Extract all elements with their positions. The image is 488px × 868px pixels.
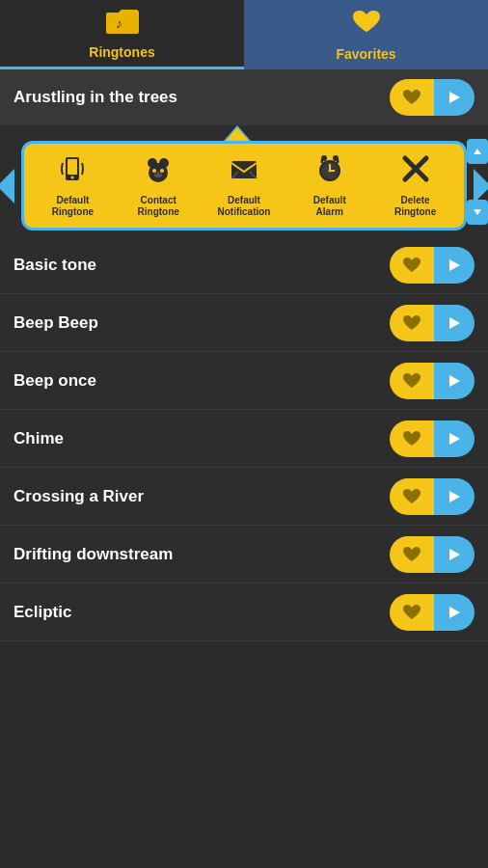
ctx-delete-ringtone[interactable]: DeleteRingtone (372, 153, 458, 218)
tab-bar: ♪ Ringtones Favorites (0, 0, 488, 69)
favorite-button-5[interactable] (390, 536, 434, 573)
play-button-0[interactable] (434, 247, 474, 284)
ctx-default-notification[interactable]: DefaultNotification (202, 153, 287, 218)
song-row-2[interactable]: Beep once (0, 352, 488, 410)
play-button-3[interactable] (434, 420, 474, 457)
action-pill-6 (390, 594, 474, 631)
song-row-4[interactable]: Crossing a River (0, 468, 488, 526)
x-delete-icon (400, 153, 431, 191)
favorite-button-arustling[interactable] (390, 79, 434, 116)
alarm-icon (314, 153, 345, 191)
action-pill-1 (390, 305, 474, 341)
svg-marker-31 (449, 375, 460, 387)
play-button-6[interactable] (434, 594, 474, 631)
favorite-button-1[interactable] (390, 305, 434, 341)
svg-marker-29 (449, 259, 460, 271)
heart-tab-icon (351, 9, 382, 42)
svg-marker-34 (449, 549, 460, 560)
svg-text:♪: ♪ (116, 15, 122, 31)
song-row-0[interactable]: Basic tone (0, 236, 488, 294)
song-title-6: Ecliptic (14, 603, 71, 622)
song-title-5: Drifting downstream (14, 545, 173, 564)
play-button-1[interactable] (434, 305, 474, 341)
ctx-default-notification-label: DefaultNotification (217, 195, 270, 218)
play-button-2[interactable] (434, 363, 474, 399)
bear-icon (143, 153, 174, 191)
scroll-up-arrow[interactable] (467, 139, 488, 164)
song-title-2: Beep once (14, 371, 96, 391)
svg-point-23 (328, 170, 331, 173)
ctx-default-ringtone-label: DefaultRingtone (52, 195, 94, 218)
svg-point-13 (154, 172, 162, 177)
song-title-1: Beep Beep (14, 313, 98, 333)
song-title-arustling: Arustling in the trees (14, 88, 177, 107)
ctx-default-ringtone[interactable]: DefaultRingtone (30, 153, 116, 218)
svg-marker-3 (449, 92, 460, 103)
favorite-button-4[interactable] (390, 478, 434, 515)
song-title-3: Chime (14, 429, 64, 448)
svg-point-12 (160, 169, 164, 173)
action-pill-0 (390, 247, 474, 284)
tab-favorites[interactable]: Favorites (244, 0, 488, 69)
action-pill-arustling (390, 79, 474, 116)
svg-marker-4 (474, 149, 481, 154)
ctx-default-alarm[interactable]: DefaultAlarm (286, 153, 372, 218)
song-list: Basic tone Beep Beep (0, 236, 488, 641)
svg-rect-16 (231, 161, 257, 178)
action-pill-4 (390, 478, 474, 515)
favorite-button-3[interactable] (390, 420, 434, 457)
favorite-button-0[interactable] (390, 247, 434, 284)
envelope-icon (229, 153, 259, 191)
context-menu: DefaultRingtone ContactRin (21, 141, 467, 231)
folder-music-icon: ♪ (106, 7, 139, 41)
ctx-delete-ringtone-label: DeleteRingtone (394, 195, 436, 218)
svg-point-14 (155, 173, 157, 175)
svg-marker-28 (474, 209, 481, 215)
song-row-3[interactable]: Chime (0, 410, 488, 468)
favorite-button-2[interactable] (390, 363, 434, 399)
play-button-arustling[interactable] (434, 79, 474, 116)
song-row-5[interactable]: Drifting downstream (0, 526, 488, 583)
svg-marker-35 (449, 607, 460, 618)
phone-vibrate-icon (57, 153, 88, 191)
svg-point-7 (71, 176, 74, 179)
ringtones-tab-label: Ringtones (89, 44, 154, 60)
action-pill-3 (390, 420, 474, 457)
ctx-contact-ringtone[interactable]: ContactRingtone (116, 153, 202, 218)
svg-marker-32 (449, 433, 460, 445)
song-actions-arustling (390, 79, 474, 116)
favorites-tab-label: Favorites (336, 46, 395, 62)
ctx-contact-ringtone-label: ContactRingtone (138, 195, 179, 218)
svg-point-11 (152, 169, 156, 173)
svg-marker-33 (449, 491, 460, 502)
svg-point-15 (159, 173, 161, 175)
scroll-down-arrow[interactable] (467, 200, 488, 225)
svg-point-24 (321, 155, 327, 161)
song-title-4: Crossing a River (14, 487, 144, 506)
svg-point-25 (333, 155, 339, 161)
context-menu-row: DefaultRingtone ContactRin (0, 125, 488, 236)
tab-ringtones[interactable]: ♪ Ringtones (0, 0, 244, 69)
song-row-6[interactable]: Ecliptic (0, 583, 488, 641)
action-pill-5 (390, 536, 474, 573)
svg-rect-6 (68, 159, 77, 175)
song-row-header[interactable]: Arustling in the trees (0, 69, 488, 125)
play-button-5[interactable] (434, 536, 474, 573)
song-row-1[interactable]: Beep Beep (0, 294, 488, 352)
favorite-button-6[interactable] (390, 594, 434, 631)
ctx-default-alarm-label: DefaultAlarm (313, 195, 346, 218)
action-pill-2 (390, 363, 474, 399)
song-title-0: Basic tone (14, 256, 96, 275)
svg-marker-30 (449, 317, 460, 329)
play-button-4[interactable] (434, 478, 474, 515)
